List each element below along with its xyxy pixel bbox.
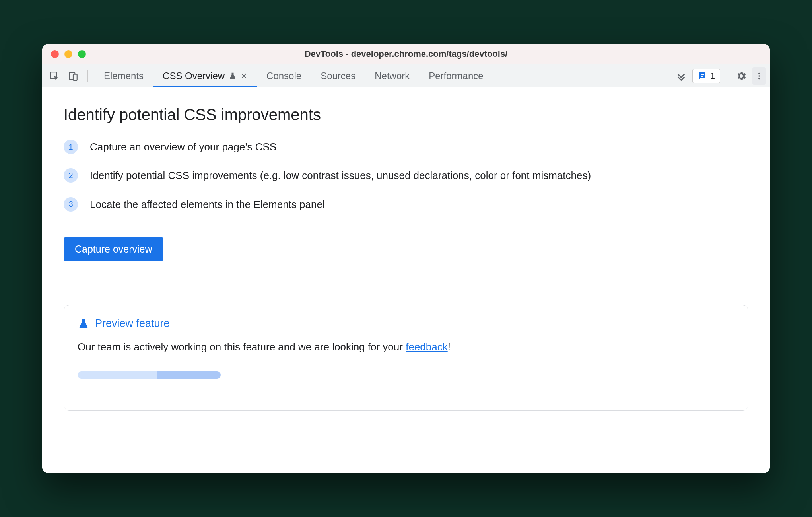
device-toolbar-icon[interactable] <box>65 68 81 84</box>
step-item: 2 Identify potential CSS improvements (e… <box>64 168 748 183</box>
window-title: DevTools - developer.chrome.com/tags/dev… <box>42 49 770 59</box>
tab-label: Console <box>266 70 301 82</box>
preview-header: Preview feature <box>78 317 734 330</box>
preview-title: Preview feature <box>95 317 170 330</box>
preview-text-post: ! <box>448 341 451 353</box>
window-controls <box>51 50 86 58</box>
tab-label: Performance <box>429 70 483 82</box>
preview-feature-card: Preview feature Our team is actively wor… <box>64 305 748 411</box>
maximize-window-button[interactable] <box>78 50 86 58</box>
step-item: 3 Locate the affected elements in the El… <box>64 197 748 212</box>
tab-label: Elements <box>104 70 144 82</box>
tab-label: Network <box>375 70 410 82</box>
more-tabs-icon[interactable] <box>673 68 689 84</box>
step-number: 2 <box>64 168 78 183</box>
devtools-window: DevTools - developer.chrome.com/tags/dev… <box>42 44 770 473</box>
step-text: Identify potential CSS improvements (e.g… <box>90 168 591 183</box>
tab-css-overview[interactable]: CSS Overview ✕ <box>153 64 257 87</box>
svg-point-7 <box>758 78 760 79</box>
tab-sources[interactable]: Sources <box>311 64 365 87</box>
preview-text-pre: Our team is actively working on this fea… <box>78 341 406 353</box>
minimize-window-button[interactable] <box>64 50 72 58</box>
panel-tabs: Elements CSS Overview ✕ Console Sources … <box>94 64 493 87</box>
devtools-toolbar: Elements CSS Overview ✕ Console Sources … <box>42 64 770 87</box>
svg-rect-4 <box>701 76 703 77</box>
step-number: 1 <box>64 140 78 154</box>
svg-rect-3 <box>701 74 704 75</box>
capture-overview-button[interactable]: Capture overview <box>64 237 163 261</box>
issues-button[interactable]: 1 <box>692 69 720 83</box>
tab-network[interactable]: Network <box>365 64 419 87</box>
close-window-button[interactable] <box>51 50 59 58</box>
svg-rect-2 <box>73 74 77 80</box>
close-tab-icon[interactable]: ✕ <box>241 71 247 81</box>
inspect-element-icon[interactable] <box>46 68 62 84</box>
chip-segment[interactable] <box>78 371 157 379</box>
chip-segment[interactable] <box>157 371 221 379</box>
settings-icon[interactable] <box>733 68 749 84</box>
step-text: Capture an overview of your page’s CSS <box>90 140 276 154</box>
flask-icon <box>78 318 89 330</box>
tab-elements[interactable]: Elements <box>94 64 153 87</box>
toolbar-divider <box>727 70 727 82</box>
toolbar-divider <box>87 70 88 82</box>
panel-content: Identify potential CSS improvements 1 Ca… <box>42 87 770 473</box>
tab-console[interactable]: Console <box>257 64 311 87</box>
step-item: 1 Capture an overview of your page’s CSS <box>64 140 748 154</box>
more-options-icon[interactable] <box>752 67 766 85</box>
tab-label: CSS Overview <box>163 70 225 82</box>
issues-count: 1 <box>710 71 715 81</box>
experimental-icon <box>229 72 237 80</box>
step-number: 3 <box>64 197 78 212</box>
feedback-link[interactable]: feedback <box>406 341 448 353</box>
preview-chips <box>78 371 734 379</box>
svg-point-6 <box>758 75 760 77</box>
tab-label: Sources <box>321 70 355 82</box>
steps-list: 1 Capture an overview of your page’s CSS… <box>64 140 748 212</box>
preview-body: Our team is actively working on this fea… <box>78 341 734 353</box>
tab-performance[interactable]: Performance <box>419 64 493 87</box>
svg-point-5 <box>758 72 760 74</box>
page-heading: Identify potential CSS improvements <box>64 106 748 124</box>
step-text: Locate the affected elements in the Elem… <box>90 197 325 212</box>
titlebar: DevTools - developer.chrome.com/tags/dev… <box>42 44 770 64</box>
